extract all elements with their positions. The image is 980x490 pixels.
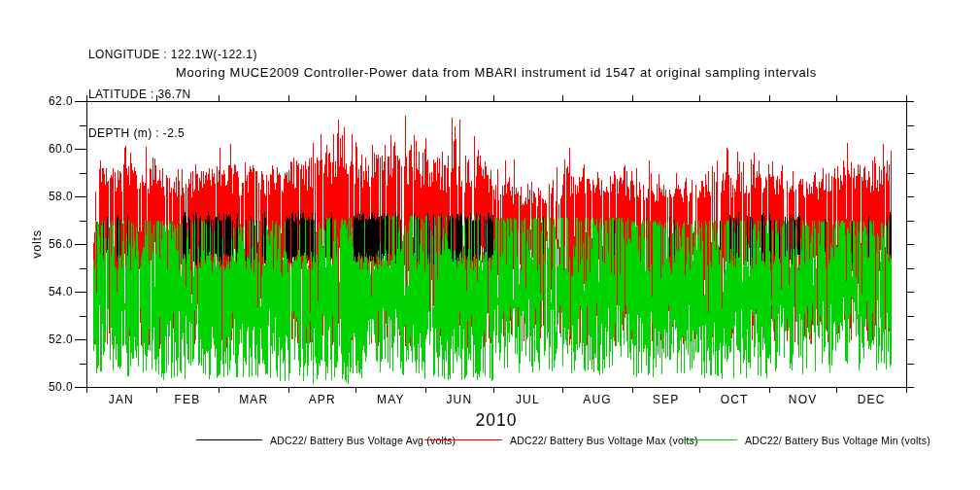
x-tick-label-month: MAR [224,393,283,406]
legend-line-sample [424,439,502,440]
latitude-text: LATITUDE : 36.7N [88,88,257,102]
voltage-plot-page: LONGITUDE : 122.1W(-122.1) LATITUDE : 36… [0,0,980,490]
x-tick-label-month: JUL [498,393,557,406]
y-tick-label: 56.0 [28,237,73,251]
depth-text: DEPTH (m) : -2.5 [88,127,257,141]
y-tick-label: 50.0 [28,380,73,394]
x-tick-label-month: APR [293,393,352,406]
legend-line-sample [683,439,737,440]
legend-label: ADC22/ Battery Bus Voltage Min (volts) [745,435,930,446]
x-tick-label-month: SEP [637,393,695,406]
x-tick-label-month: AUG [568,393,626,406]
legend-label: ADC22/ Battery Bus Voltage Max (volts) [510,435,698,446]
x-tick-label-month: JUN [430,393,489,406]
legend-entry: ADC22/ Battery Bus Voltage Min (volts) [683,434,930,446]
y-tick-label: 52.0 [28,332,73,346]
y-tick-label: 60.0 [28,142,73,156]
y-tick-label: 54.0 [28,285,73,298]
legend-entry: ADC22/ Battery Bus Voltage Avg (volts) [196,434,456,446]
x-tick-label-month: NOV [774,393,832,406]
x-tick-label-month: FEB [158,393,217,406]
x-axis-year-label: 2010 [86,410,906,431]
location-header: LONGITUDE : 122.1W(-122.1) LATITUDE : 36… [88,22,257,167]
x-tick-label-month: DEC [842,393,900,406]
x-tick-label-month: JAN [92,393,151,406]
x-tick-label-month: OCT [705,393,763,406]
y-tick-label: 58.0 [28,190,73,203]
chart-title: Mooring MUCE2009 Controller-Power data f… [86,65,906,80]
x-tick-label-month: MAY [361,393,420,406]
y-tick-label: 62.0 [28,94,73,108]
legend-line-sample [196,439,262,440]
longitude-text: LONGITUDE : 122.1W(-122.1) [88,49,257,62]
legend-entry: ADC22/ Battery Bus Voltage Max (volts) [424,434,698,446]
